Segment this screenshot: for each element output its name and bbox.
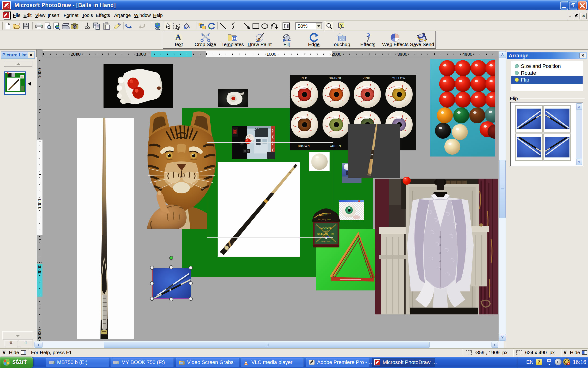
svg-text:?: ? [340,23,343,28]
svg-text:Balls·Cues: Balls·Cues [321,240,330,243]
svg-text:A: A [175,33,181,41]
